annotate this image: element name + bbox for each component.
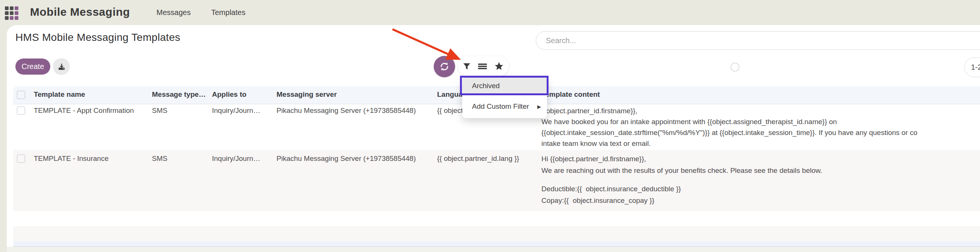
app-title: Mobile Messaging (30, 6, 130, 18)
refresh-button[interactable] (434, 56, 455, 77)
col-header-applies-to[interactable]: Applies to (212, 90, 247, 98)
filter-icon[interactable] (463, 62, 471, 70)
cell-messaging-server: Pikachu Messaging Server (+19738585448) (277, 154, 416, 163)
apps-grid-icon[interactable] (5, 6, 19, 20)
cell-template-name: TEMPLATE - Insurance (34, 154, 108, 163)
annotation-highlight-box (460, 76, 549, 95)
menu-item-add-custom-filter[interactable]: Add Custom Filter ▶ (462, 95, 547, 118)
cell-applies-to: Inquiry/Journ… (212, 154, 260, 163)
menu-item-label: Add Custom Filter (472, 102, 529, 111)
cell-messaging-server: Pikachu Messaging Server (+19738585448) (277, 106, 416, 115)
cell-applies-to: Inquiry/Journ… (212, 106, 260, 115)
export-download-button[interactable] (53, 58, 70, 75)
top-bar: Mobile Messaging Messages Templates (0, 0, 980, 25)
group-by-icon[interactable] (477, 62, 487, 70)
row-checkbox[interactable] (17, 106, 25, 115)
cell-template-content: Hi {{object.partner_id.firstname}}, We a… (541, 154, 822, 206)
bottom-band (7, 247, 980, 252)
page-title: HMS Mobile Messaging Templates (15, 32, 180, 43)
download-icon (57, 63, 66, 71)
pager-range: 1-2 (971, 63, 980, 71)
search-input[interactable] (536, 31, 980, 50)
col-header-messaging-server[interactable]: Messaging server (277, 90, 337, 98)
col-header-message-type[interactable]: Message type… (152, 90, 206, 98)
col-header-template-content[interactable]: Template content (541, 90, 600, 98)
favorites-star-icon[interactable] (494, 62, 504, 71)
nav-item-messages[interactable]: Messages (156, 8, 191, 17)
mobile-messaging-templates-page: Mobile Messaging Messages Templates HMS … (0, 0, 980, 252)
search-options-pill (458, 56, 509, 76)
refresh-icon (439, 62, 449, 71)
select-all-checkbox[interactable] (17, 91, 25, 99)
row-checkbox[interactable] (17, 154, 25, 163)
nav-item-templates[interactable]: Templates (211, 8, 245, 17)
col-header-template-name[interactable]: Template name (34, 90, 85, 98)
empty-row-stripe (13, 226, 980, 241)
footer-row-stripe (13, 241, 980, 247)
cell-message-type: SMS (152, 154, 167, 163)
cell-language: {{ object.partner_id.lang }} (437, 154, 519, 163)
cell-template-content: {{object.partner_id.firstname}}, We have… (541, 105, 917, 149)
create-button[interactable]: Create (15, 59, 50, 74)
cell-template-name: TEMPLATE - Appt Confirmation (34, 106, 134, 115)
cell-message-type: SMS (152, 106, 167, 115)
loading-spinner-circle (730, 63, 740, 71)
submenu-caret-icon: ▶ (537, 104, 541, 109)
